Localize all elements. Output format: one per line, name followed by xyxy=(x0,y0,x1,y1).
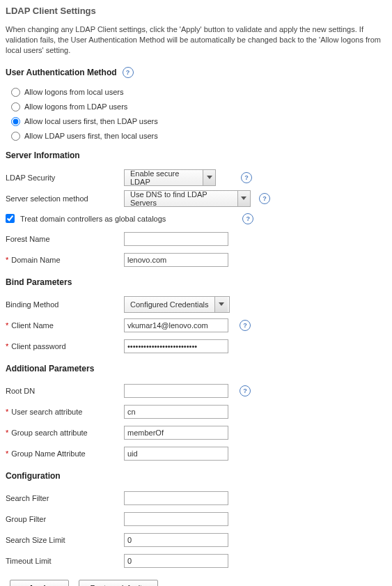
search-filter-input[interactable] xyxy=(124,491,228,505)
required-marker: * xyxy=(6,449,8,458)
ldap-security-select[interactable]: Enable secure LDAP xyxy=(124,169,216,186)
additional-parameters-heading: Additional Parameters xyxy=(6,364,386,373)
binding-method-label: Binding Method xyxy=(6,300,124,309)
search-size-input[interactable] xyxy=(124,533,228,547)
help-icon[interactable]: ? xyxy=(241,172,252,183)
auth-radio-label: Allow LDAP users first, then local users xyxy=(24,132,158,140)
forest-name-label: Forest Name xyxy=(6,235,124,243)
user-search-input[interactable] xyxy=(124,405,228,419)
restore-defaults-button[interactable]: Restore defaults xyxy=(79,580,158,586)
auth-method-radio-group: Allow logons from local users Allow logo… xyxy=(11,85,386,144)
forest-name-input[interactable] xyxy=(124,232,228,246)
client-name-label: Client Name xyxy=(11,321,54,330)
auth-method-heading: User Authentication Method xyxy=(6,68,117,77)
chevron-down-icon[interactable] xyxy=(237,191,250,206)
help-icon[interactable]: ? xyxy=(123,67,134,78)
help-icon[interactable]: ? xyxy=(242,213,253,224)
domain-name-input[interactable] xyxy=(124,253,228,267)
help-icon[interactable]: ? xyxy=(240,320,251,331)
help-icon[interactable]: ? xyxy=(240,385,251,396)
server-info-heading: Server Information xyxy=(6,151,386,160)
page-description: When changing any LDAP Client settings, … xyxy=(6,24,386,56)
server-selection-value: Use DNS to find LDAP Servers xyxy=(125,191,237,206)
ldap-security-value: Enable secure LDAP xyxy=(125,170,203,185)
root-dn-label: Root DN xyxy=(6,387,124,395)
required-marker: * xyxy=(6,256,8,264)
timeout-input[interactable] xyxy=(124,554,228,568)
server-selection-label: Server selection method xyxy=(6,194,124,203)
auth-radio-ldap[interactable] xyxy=(11,102,20,111)
search-filter-label: Search Filter xyxy=(6,494,124,502)
client-password-input[interactable] xyxy=(124,339,228,353)
auth-radio-label: Allow logons from LDAP users xyxy=(24,102,127,111)
search-size-label: Search Size Limit xyxy=(6,536,124,544)
required-marker: * xyxy=(6,342,8,350)
group-search-label: Group search attribute xyxy=(11,429,87,437)
auth-radio-local-then-ldap[interactable] xyxy=(11,117,20,126)
apply-button[interactable]: Apply xyxy=(10,580,69,586)
auth-radio-label: Allow local users first, then LDAP users xyxy=(24,117,158,125)
client-password-label: Client password xyxy=(11,342,65,350)
user-search-label: User search attribute xyxy=(11,408,82,416)
required-marker: * xyxy=(6,429,8,437)
auth-radio-ldap-then-local[interactable] xyxy=(11,132,20,141)
timeout-label: Timeout Limit xyxy=(6,557,124,565)
binding-method-value: Configured Credentials xyxy=(125,297,214,312)
group-name-label: Group Name Attribute xyxy=(11,449,85,458)
treat-domain-label: Treat domain controllers as global catal… xyxy=(20,215,166,223)
bind-parameters-heading: Bind Parameters xyxy=(6,277,386,287)
auth-radio-label: Allow logons from local users xyxy=(24,88,123,96)
chevron-down-icon[interactable] xyxy=(214,297,228,312)
group-filter-label: Group Filter xyxy=(6,515,124,523)
server-selection-select[interactable]: Use DNS to find LDAP Servers xyxy=(124,190,251,207)
binding-method-select[interactable]: Configured Credentials xyxy=(124,296,230,313)
group-name-input[interactable] xyxy=(124,447,228,461)
required-marker: * xyxy=(6,408,8,416)
group-filter-input[interactable] xyxy=(124,512,228,526)
client-name-input[interactable] xyxy=(124,318,228,332)
ldap-security-label: LDAP Security xyxy=(6,174,124,182)
auth-radio-local[interactable] xyxy=(11,88,20,97)
configuration-heading: Configuration xyxy=(6,471,386,481)
group-search-input[interactable] xyxy=(124,426,228,440)
help-icon[interactable]: ? xyxy=(259,193,270,204)
domain-name-label: Domain Name xyxy=(11,256,60,264)
chevron-down-icon[interactable] xyxy=(203,170,215,185)
required-marker: * xyxy=(6,321,8,330)
treat-domain-checkbox[interactable] xyxy=(6,214,15,223)
page-title: LDAP Client Settings xyxy=(6,6,386,16)
root-dn-input[interactable] xyxy=(124,384,228,398)
